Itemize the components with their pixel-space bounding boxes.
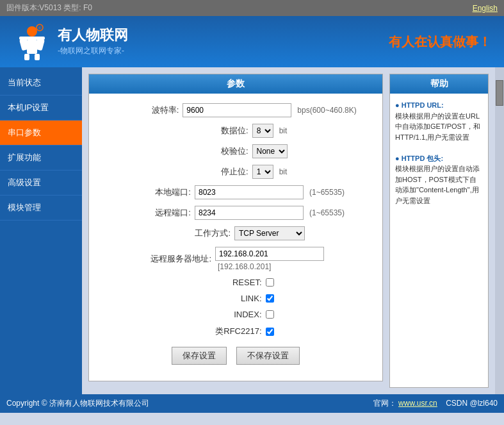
footer: Copyright © 济南有人物联网技术有限公司 官网： www.usr.cn… <box>0 394 504 413</box>
parity-row: 校验位: None Odd Even <box>102 144 370 158</box>
data-bits-value: 8 7 6 5 bit <box>252 124 288 138</box>
data-bits-label: 数据位: <box>184 125 248 137</box>
reset-row: RESET: <box>102 278 370 287</box>
sidebar-item-current-status[interactable]: 当前状态 <box>0 71 82 96</box>
baud-row: 波特率: bps(600~460.8K) <box>102 103 370 117</box>
help-item-1-title: ● HTTPD 包头: <box>395 154 443 162</box>
logo-area: ® 有人物联网 -物联网之联网专家- <box>13 22 128 61</box>
rfc2217-row: 类RFC2217: <box>102 326 370 337</box>
scrollbar-thumb[interactable] <box>496 80 503 106</box>
stop-bits-value: 1 2 bit <box>252 165 288 179</box>
baud-value: bps(600~460.8K) <box>183 103 356 117</box>
rfc2217-checkbox[interactable] <box>266 328 274 336</box>
params-panel: 参数 波特率: bps(600~460.8K) 数据位: <box>88 74 383 381</box>
local-port-value: (1~65535) <box>195 185 345 199</box>
link-value <box>266 294 274 303</box>
official-label: 官网： <box>373 399 396 408</box>
local-port-label: 本地端口: <box>127 187 191 198</box>
help-panel: 帮助 ● HTTPD URL: 模块根据用户的设置在URL中自动添加GET/PO… <box>389 74 489 388</box>
work-mode-label: 工作方式: <box>167 228 231 239</box>
reset-checkbox[interactable] <box>266 278 274 287</box>
help-title: 帮助 <box>390 74 488 94</box>
parity-label: 校验位: <box>184 146 248 157</box>
remote-addr-row: 远程服务器地址: [192.168.0.201] <box>102 247 370 271</box>
rfc2217-label: 类RFC2217: <box>198 326 262 337</box>
index-checkbox[interactable] <box>266 310 274 319</box>
svg-text:®: ® <box>38 26 42 30</box>
header-slogan: 有人在认真做事！ <box>389 33 491 51</box>
work-mode-value: TCP Server TCP Client UDP Server UDP Cli… <box>234 226 305 240</box>
top-bar: 固件版本:V5013 类型: F0 English <box>0 0 504 16</box>
sidebar-item-module-mgmt[interactable]: 模块管理 <box>0 196 82 221</box>
data-bits-select[interactable]: 8 7 6 5 <box>252 124 273 138</box>
help-item-1-content: 模块根据用户的设置自动添加HOST，POST模式下自动添加"Content-Le… <box>395 165 480 204</box>
sidebar-item-serial-params[interactable]: 串口参数 <box>0 121 82 146</box>
remote-port-label: 远程端口: <box>127 207 191 219</box>
slogan-white: 在认真做事！ <box>414 35 491 49</box>
reset-value <box>266 278 274 287</box>
stop-bits-row: 停止位: 1 2 bit <box>102 165 370 179</box>
stop-bits-label: 停止位: <box>184 166 248 178</box>
remote-port-hint: (1~65535) <box>309 208 345 217</box>
panel-body: 波特率: bps(600~460.8K) 数据位: 8 <box>89 94 382 381</box>
remote-addr-input[interactable] <box>215 247 324 261</box>
sidebar-item-local-ip[interactable]: 本机IP设置 <box>0 96 82 121</box>
main-area: 当前状态 本机IP设置 串口参数 扩展功能 高级设置 模块管理 参数 波特率: <box>0 67 504 394</box>
scrollbar <box>495 67 504 394</box>
slogan-orange: 有人 <box>389 35 414 49</box>
index-row: INDEX: <box>102 310 370 319</box>
stop-bits-select[interactable]: 1 2 <box>252 165 273 179</box>
help-body: ● HTTPD URL: 模块根据用户的设置在URL中自动添加GET/POST，… <box>390 94 488 212</box>
remote-addr-value: [192.168.0.201] <box>215 247 324 271</box>
index-value <box>266 310 274 319</box>
sidebar: 当前状态 本机IP设置 串口参数 扩展功能 高级设置 模块管理 <box>0 67 82 394</box>
save-button[interactable]: 保存设置 <box>172 347 227 365</box>
svg-rect-6 <box>35 54 40 60</box>
firmware-info: 固件版本:V5013 类型: F0 <box>6 3 92 13</box>
index-label: INDEX: <box>198 310 262 319</box>
footer-links: 官网： www.usr.cn CSDN @lzl640 <box>373 398 498 409</box>
btn-row: 保存设置 不保存设置 <box>102 347 370 371</box>
data-bits-unit: bit <box>279 126 288 135</box>
svg-rect-5 <box>24 54 29 60</box>
remote-port-row: 远程端口: (1~65535) <box>102 206 370 220</box>
link-label: LINK: <box>198 294 262 303</box>
header: ® 有人物联网 -物联网之联网专家- 有人在认真做事！ <box>0 16 504 67</box>
parity-value: None Odd Even <box>252 144 288 158</box>
company-sub: -物联网之联网专家- <box>58 46 128 56</box>
remote-port-input[interactable] <box>195 206 304 220</box>
svg-point-0 <box>27 26 37 37</box>
local-port-row: 本地端口: (1~65535) <box>102 185 370 199</box>
language-link[interactable]: English <box>473 4 498 13</box>
nosave-button[interactable]: 不保存设置 <box>236 347 300 365</box>
parity-select[interactable]: None Odd Even <box>252 144 288 158</box>
remote-addr-label: 远程服务器地址: <box>147 253 211 265</box>
company-name: 有人物联网 <box>58 27 128 44</box>
help-item-0-content: 模块根据用户的设置在URL中自动添加GET/POST，和HTTP/1.1,用户无… <box>395 112 480 141</box>
data-bits-row: 数据位: 8 7 6 5 bit <box>102 124 370 138</box>
reset-label: RESET: <box>198 278 262 287</box>
rfc2217-value <box>266 328 274 336</box>
remote-addr-hint: [192.168.0.201] <box>218 262 324 271</box>
copyright: Copyright © 济南有人物联网技术有限公司 <box>6 398 149 409</box>
official-url-link[interactable]: www.usr.cn <box>398 399 437 408</box>
local-port-hint: (1~65535) <box>309 188 345 197</box>
panel-title: 参数 <box>89 74 382 94</box>
link-checkbox[interactable] <box>266 294 274 303</box>
stop-bits-unit: bit <box>279 167 288 176</box>
content-area: 参数 波特率: bps(600~460.8K) 数据位: <box>82 67 389 394</box>
sidebar-item-advanced[interactable]: 高级设置 <box>0 171 82 196</box>
csdn-label: CSDN @lzl640 <box>446 399 498 408</box>
remote-port-value: (1~65535) <box>195 206 345 220</box>
baud-label: 波特率: <box>115 104 179 116</box>
baud-input[interactable] <box>183 103 291 117</box>
work-mode-select[interactable]: TCP Server TCP Client UDP Server UDP Cli… <box>234 226 305 240</box>
work-mode-row: 工作方式: TCP Server TCP Client UDP Server U… <box>102 226 370 240</box>
help-item-0-title: ● HTTPD URL: <box>395 101 444 109</box>
link-row: LINK: <box>102 294 370 303</box>
logo-icon: ® <box>13 22 51 61</box>
logo-text-area: 有人物联网 -物联网之联网专家- <box>58 27 128 56</box>
sidebar-item-extensions[interactable]: 扩展功能 <box>0 146 82 171</box>
local-port-input[interactable] <box>195 185 304 199</box>
baud-hint: bps(600~460.8K) <box>297 106 356 115</box>
